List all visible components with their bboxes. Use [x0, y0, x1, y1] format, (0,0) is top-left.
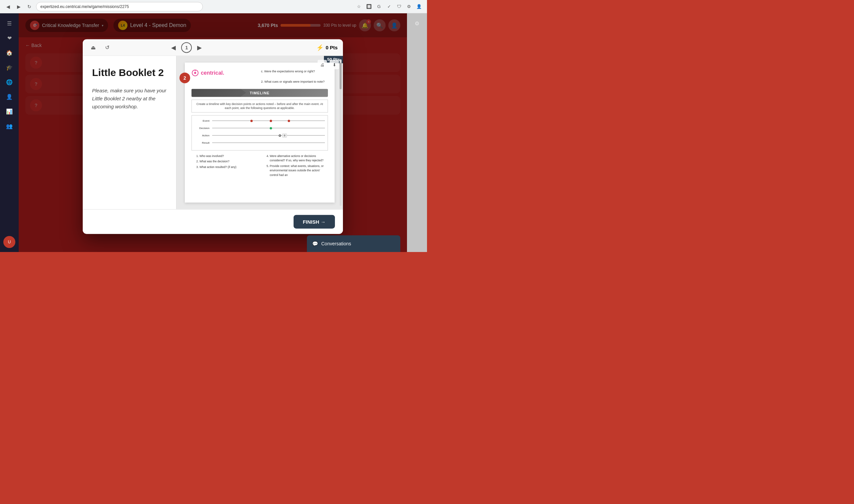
action-label: Action [194, 134, 209, 137]
timeline-section: TIMELINE [191, 89, 328, 97]
browser-chrome: ◀ ▶ ↻ expertized.eu.centrical.me/w/game/… [0, 0, 427, 13]
questions-list-left: Who was involved? What was the decision?… [191, 154, 258, 169]
modal: ⏏ ↺ ◀ 1 ▶ ⚡ 0 Pts Little Booklet [83, 39, 343, 234]
doc-left-col: centrical. [191, 69, 259, 86]
doc-toolbar: 🖨 ⬇ [318, 60, 339, 69]
timeline-chart: Event [191, 115, 328, 150]
forward-button[interactable]: ▶ [15, 3, 23, 11]
event-curve [212, 118, 325, 123]
result-base-line [212, 143, 325, 143]
result-line [212, 140, 325, 145]
timeline-arrow-shape [191, 89, 246, 97]
points-badge: ⚡ 0 Pts [316, 44, 337, 51]
action-line: ① [212, 133, 325, 138]
question-2: 2. What cues or signals were important t… [261, 80, 328, 84]
sidebar-heart-icon[interactable]: ❤ [3, 32, 15, 44]
sidebar-teams-icon[interactable]: 👥 [3, 120, 15, 132]
action-dot-1 [279, 134, 281, 137]
toolbar-points: 0 Pts [326, 45, 337, 50]
modal-right-panel: 50 Pts 🖨 ⬇ 2 [176, 56, 343, 209]
timeline-title: TIMELINE [250, 91, 269, 95]
doc-questions-right: c. Were the expectations wrong or right?… [261, 69, 328, 86]
sidebar: ☰ ❤ 🏠 🎓 🌐 👤 📊 👥 U [0, 13, 19, 252]
timeline-instruction-text: Create a timeline with key decision poin… [196, 102, 323, 110]
question-5: Provide context: what events, situations… [270, 164, 328, 178]
browser-icons: ☆ 🔲 G ✓ 🛡 ⚙ 👤 [355, 3, 423, 11]
timeline-header: TIMELINE [191, 89, 328, 97]
modal-body: Little Booklet 2 Please, make sure you h… [83, 56, 343, 209]
decision-line [212, 125, 325, 131]
lightning-icon: ⚡ [316, 44, 324, 51]
ext1-icon[interactable]: 🔲 [365, 3, 373, 11]
ext2-icon[interactable]: G [375, 3, 383, 11]
action-label-badge: ① [282, 133, 287, 137]
decision-dot-1 [269, 127, 272, 129]
svg-point-1 [194, 72, 196, 74]
timeline-row-action: Action ① [194, 133, 325, 138]
booklet-title: Little Booklet 2 [92, 67, 167, 79]
doc-bottom-questions: Who was involved? What was the decision?… [191, 154, 328, 178]
ext5-icon[interactable]: ⚙ [405, 3, 413, 11]
filter-icon[interactable]: ⚙ [411, 17, 423, 29]
reload-button-modal[interactable]: ↺ [102, 42, 112, 52]
modal-left-panel: Little Booklet 2 Please, make sure you h… [83, 56, 176, 209]
question-c: c. Were the expectations wrong or right? [261, 69, 328, 74]
content-area: 🎯 Critical Knowledge Transfer ▾ L4 Level… [19, 13, 407, 252]
question-3: What action resulted? (if any) [199, 165, 258, 170]
modal-footer: FINISH → [83, 209, 343, 234]
reload-button[interactable]: ↻ [25, 3, 33, 11]
modal-toolbar: ⏏ ↺ ◀ 1 ▶ ⚡ 0 Pts [83, 39, 343, 56]
download-button[interactable]: ⬇ [330, 60, 339, 69]
question-4: Were alternative actions or decisions co… [270, 154, 328, 163]
finish-button[interactable]: FINISH → [294, 215, 335, 229]
questions-list-right: Were alternative actions or decisions co… [262, 154, 328, 177]
step-number: 1 [185, 45, 188, 50]
event-line [212, 118, 325, 123]
ext3-icon[interactable]: ✓ [385, 3, 393, 11]
main-layout: ☰ ❤ 🏠 🎓 🌐 👤 📊 👥 U 🎯 Critical Knowledge T… [0, 13, 427, 252]
conversations-label: Conversations [321, 241, 351, 246]
ext4-icon[interactable]: 🛡 [395, 3, 403, 11]
conversations-panel[interactable]: 💬 Conversations [307, 235, 400, 252]
print-button[interactable]: 🖨 [318, 60, 327, 69]
conversations-icon: 💬 [312, 241, 318, 246]
centrical-logo: centrical. [191, 69, 259, 77]
doc-q-col-right: Were alternative actions or decisions co… [262, 154, 328, 178]
decision-label: Decision [194, 127, 209, 130]
sidebar-user-icon[interactable]: 👤 [3, 91, 15, 103]
star-icon[interactable]: ☆ [355, 3, 363, 11]
back-button[interactable]: ◀ [4, 3, 12, 11]
url-text: expertized.eu.centrical.me/w/game/missio… [40, 4, 129, 9]
event-label: Event [194, 119, 209, 122]
sidebar-chart-icon[interactable]: 📊 [3, 105, 15, 117]
question-2-bottom: What was the decision? [199, 159, 258, 164]
prev-arrow[interactable]: ◀ [171, 44, 176, 51]
url-bar[interactable]: expertized.eu.centrical.me/w/game/missio… [36, 2, 203, 11]
right-panel: ⚙ [407, 13, 427, 252]
centrical-logo-svg [191, 69, 199, 77]
nav-center: ◀ 1 ▶ [171, 42, 202, 53]
doc-q-col-left: Who was involved? What was the decision?… [191, 154, 258, 178]
decision-base-line [212, 128, 325, 128]
doc-scrollbar[interactable] [339, 59, 342, 206]
sidebar-globe-icon[interactable]: 🌐 [3, 76, 15, 88]
timeline-row-decision: Decision [194, 125, 325, 131]
booklet-description: Please, make sure you have your Little B… [92, 87, 167, 111]
question-1: Who was involved? [199, 154, 258, 158]
sidebar-avatar[interactable]: U [3, 236, 15, 248]
timeline-row-event: Event [194, 118, 325, 123]
sidebar-home-icon[interactable]: 🏠 [3, 47, 15, 59]
action-base-line [212, 135, 325, 136]
exit-button[interactable]: ⏏ [88, 42, 98, 52]
doc-page: 2 c [185, 63, 335, 203]
doc-top-grid: centrical. c. Were the expectations wron… [191, 69, 328, 86]
sidebar-menu-icon[interactable]: ☰ [3, 17, 15, 29]
profile-icon[interactable]: 👤 [415, 3, 423, 11]
next-arrow[interactable]: ▶ [197, 44, 202, 51]
timeline-row-result: Result [194, 140, 325, 145]
step-indicator: 1 [181, 42, 192, 53]
result-label: Result [194, 141, 209, 144]
sidebar-learn-icon[interactable]: 🎓 [3, 61, 15, 73]
doc-scrollbar-thumb [339, 63, 342, 89]
timeline-instruction: Create a timeline with key decision poin… [191, 99, 328, 112]
